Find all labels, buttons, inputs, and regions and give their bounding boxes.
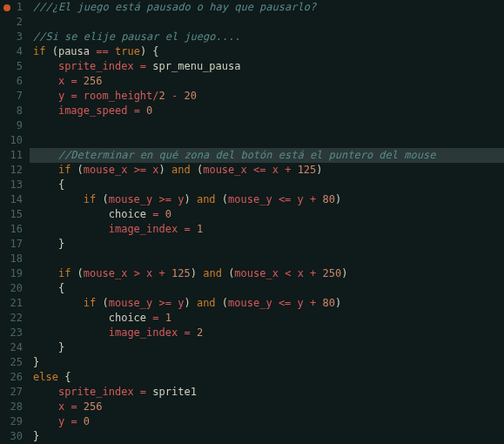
code-line[interactable] [30,15,504,30]
code-line[interactable]: } [30,429,504,444]
code-area[interactable]: ///¿El juego está pausado o hay que paus… [30,0,504,444]
line-number[interactable]: 23 [3,326,23,340]
line-number[interactable]: 22 [3,311,23,326]
code-line[interactable]: image_index = 1 [30,222,504,237]
code-line[interactable] [30,118,504,133]
line-number[interactable]: 5 [3,59,23,74]
code-line[interactable]: x = 256 [30,74,504,89]
line-number[interactable]: 14 [3,192,23,207]
token-paren: ) [184,193,190,205]
token-sp [33,75,58,87]
token-sp [191,223,197,235]
token-op: = [184,223,190,235]
token-num: 1 [197,223,203,235]
code-line[interactable]: y = 0 [30,414,504,429]
line-number[interactable]: 6 [3,74,23,89]
token-paren: ) [191,267,197,279]
token-brace: { [58,282,64,294]
code-line[interactable]: choice = 1 [30,311,504,326]
token-brace: } [58,238,64,250]
code-line[interactable]: sprite_index = sprite1 [30,385,504,400]
token-sp [272,193,279,205]
token-paren: ) [341,267,347,279]
token-paren: ( [52,45,58,57]
line-number[interactable]: 8 [3,104,23,118]
code-line[interactable]: { [30,281,504,296]
line-number[interactable]: 24 [3,340,23,355]
line-number[interactable]: 27 [3,385,23,400]
code-line[interactable]: if (mouse_x >= x) and (mouse_x <= x + 12… [30,163,504,178]
line-number[interactable]: 25 [3,355,23,370]
line-number[interactable]: 1 [3,0,23,15]
line-number[interactable]: 20 [3,281,23,296]
token-op: = [134,104,140,117]
line-number[interactable]: 30 [3,429,23,444]
token-sp [33,193,84,205]
line-number[interactable]: 19 [3,266,23,281]
line-number[interactable]: 9 [3,118,23,133]
line-number[interactable]: 12 [3,163,23,178]
token-var: mouse_y [109,193,153,205]
token-op: = [71,90,77,102]
line-number[interactable]: 18 [3,252,23,266]
line-number[interactable]: 3 [3,30,23,44]
code-line[interactable]: image_speed = 0 [30,104,504,118]
code-line[interactable]: choice = 0 [30,207,504,222]
token-sp [33,415,58,427]
code-line[interactable]: //Determinar en qué zona del botón está … [30,148,504,163]
token-var: y [298,193,304,205]
code-line[interactable]: } [30,237,504,252]
code-editor[interactable]: 1234567891011121314151617181920212223242… [0,0,504,444]
token-var: image_speed [58,104,127,117]
code-line[interactable]: } [30,340,504,355]
token-sp [134,60,140,72]
line-number[interactable]: 28 [3,400,23,414]
code-line[interactable]: { [30,178,504,192]
token-num: 125 [298,164,317,176]
token-sp [316,267,322,279]
code-line[interactable] [30,252,504,266]
token-var: image_index [109,223,178,235]
code-line[interactable]: ///¿El juego está pausado o hay que paus… [30,0,504,15]
token-ident: spr_menu_pausa [152,60,240,72]
line-number[interactable]: 15 [3,207,23,222]
token-sp [45,45,51,57]
line-number[interactable]: 16 [3,222,23,237]
token-var: mouse_y [228,297,272,309]
line-number[interactable]: 10 [3,133,23,148]
line-number[interactable]: 11 [3,148,23,163]
line-number[interactable]: 13 [3,178,23,192]
breakpoint-icon[interactable] [3,4,10,11]
token-sp [77,415,84,427]
token-sp [134,386,140,398]
token-sp [216,297,222,309]
line-number[interactable]: 21 [3,296,23,311]
code-line[interactable]: else { [30,370,504,385]
token-sp [165,90,171,102]
line-number[interactable]: 7 [3,89,23,104]
code-line[interactable]: if (mouse_y >= y) and (mouse_y <= y + 80… [30,192,504,207]
code-line[interactable]: //Si se elije pausar el juego.... [30,30,504,44]
line-number[interactable]: 2 [3,15,23,30]
token-op: / [152,90,158,102]
code-line[interactable]: x = 256 [30,400,504,414]
token-var: y [298,297,304,309]
code-line[interactable]: y = room_height/2 - 20 [30,89,504,104]
line-number[interactable]: 29 [3,414,23,429]
line-number[interactable]: 26 [3,370,23,385]
code-line[interactable] [30,133,504,148]
line-number-gutter[interactable]: 1234567891011121314151617181920212223242… [0,0,30,444]
token-sp [33,267,58,279]
code-line[interactable]: } [30,355,504,370]
code-line[interactable]: if (mouse_x > x + 125) and (mouse_x < x … [30,266,504,281]
token-ident: sprite1 [152,386,197,398]
token-op: = [140,60,146,72]
code-line[interactable]: sprite_index = spr_menu_pausa [30,59,504,74]
line-number[interactable]: 4 [3,44,23,59]
token-kw: and [203,267,222,279]
code-line[interactable]: if (mouse_y >= y) and (mouse_y <= y + 80… [30,296,504,311]
line-number[interactable]: 17 [3,237,23,252]
code-line[interactable]: if (pausa == true) { [30,44,504,59]
token-num: 250 [323,267,342,279]
code-line[interactable]: image_index = 2 [30,326,504,340]
